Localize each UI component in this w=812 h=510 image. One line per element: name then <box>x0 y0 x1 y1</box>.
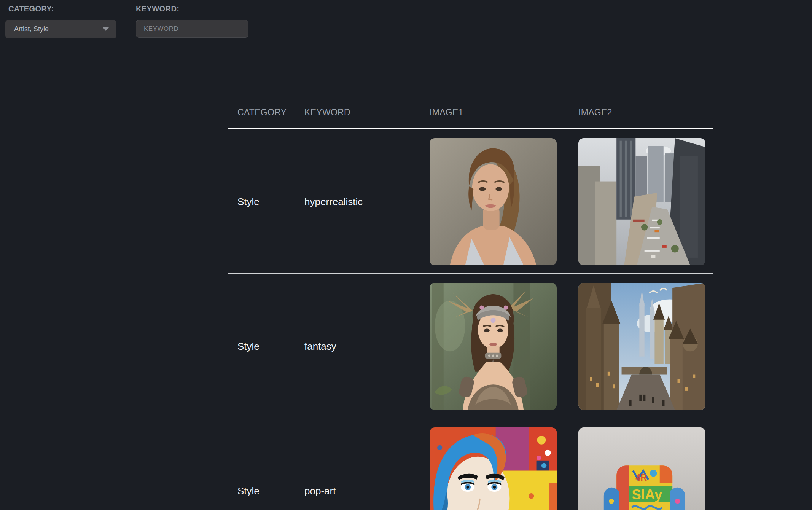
category-filter-label: CATEGORY: <box>8 5 54 13</box>
cell-keyword: hyperrealistic <box>304 196 430 208</box>
cell-keyword: pop-art <box>304 485 430 497</box>
col-header-image1: IMAGE1 <box>430 107 578 118</box>
row2-image1-thumbnail <box>430 283 557 410</box>
table-row: Style pop-art <box>228 418 713 510</box>
keyword-input[interactable] <box>136 20 248 38</box>
chevron-down-icon <box>103 27 109 31</box>
hyperrealistic-city-image <box>578 138 705 265</box>
style-reference-table: CATEGORY KEYWORD IMAGE1 IMAGE2 Style hyp… <box>228 96 713 510</box>
row2-image2-thumbnail <box>578 283 705 410</box>
category-select-value: Artist, Style <box>14 25 103 33</box>
pop-art-armchair-image: 4R SlAy <box>578 427 705 510</box>
table-row: Style fantasy <box>228 274 713 418</box>
row1-image2-thumbnail <box>578 138 705 265</box>
pop-art-portrait-image <box>430 427 557 510</box>
cell-keyword: fantasy <box>304 341 430 352</box>
col-header-keyword: KEYWORD <box>304 107 430 118</box>
row3-image2-thumbnail: 4R SlAy <box>578 427 705 510</box>
cell-category: Style <box>237 341 304 352</box>
svg-text:SlAy: SlAy <box>632 487 662 502</box>
col-header-category: CATEGORY <box>237 107 304 118</box>
row1-image1-thumbnail <box>430 138 557 265</box>
row3-image1-thumbnail <box>430 427 557 510</box>
col-header-image2: IMAGE2 <box>578 107 713 118</box>
keyword-filter-label: KEYWORD: <box>136 5 179 13</box>
cell-category: Style <box>237 485 304 497</box>
fantasy-portrait-image <box>430 283 557 410</box>
category-select[interactable]: Artist, Style <box>5 20 116 38</box>
fantasy-city-image <box>578 283 705 410</box>
cell-category: Style <box>237 196 304 208</box>
table-row: Style hyperrealistic <box>228 129 713 274</box>
table-header: CATEGORY KEYWORD IMAGE1 IMAGE2 <box>228 96 713 129</box>
svg-text:4R: 4R <box>635 473 647 483</box>
hyperrealistic-portrait-image <box>430 138 557 265</box>
